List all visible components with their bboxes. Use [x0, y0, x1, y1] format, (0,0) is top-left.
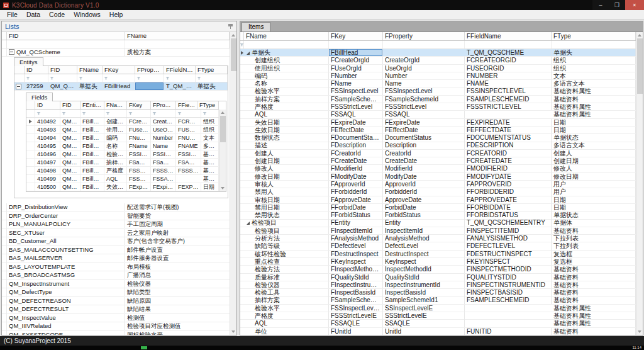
- menu-item[interactable]: File: [3, 11, 22, 18]
- table-row[interactable]: 审核日期 FApproveDate ApproveDate FAPPROVEDA…: [240, 196, 636, 204]
- table-row[interactable]: 检验项目 FInspectItemId InspectItemId FINSPE…: [240, 227, 636, 235]
- table-row[interactable]: 410494 QM_QCScheme FBillHead 编码 FNumber …: [26, 134, 219, 142]
- table-row[interactable]: 描述 FDescription Description FDESCRIPTION…: [240, 142, 636, 150]
- table-row[interactable]: 创建人 FCreatorId CreatorId FCREATORID 创建人: [240, 150, 636, 157]
- scroll-down-icon[interactable]: [219, 185, 226, 191]
- table-row[interactable]: 缺陷等级 FDefectlevel DefectLevel FDEFECTLEV…: [240, 242, 636, 250]
- table-row[interactable]: 禁用日期 FForbidDate ForbidDate FFORBIDDATE …: [240, 204, 636, 212]
- column-header[interactable]: ID: [35, 101, 60, 109]
- column-header[interactable]: FType: [196, 66, 228, 74]
- column-header[interactable]: ID: [25, 66, 48, 74]
- table-row[interactable]: BAS_MAILSERVER 邮件服务器设置: [2, 254, 230, 263]
- table-row[interactable]: QM_InspectValue 检测值: [2, 314, 230, 323]
- focused-cell[interactable]: [135, 82, 164, 90]
- table-row[interactable]: 失效日期 FExpireDate FExpireDate FEXPIREDATE…: [240, 119, 636, 127]
- tab-items[interactable]: Items: [242, 22, 270, 31]
- menu-item[interactable]: Data: [22, 11, 45, 18]
- table-row[interactable]: AQL FSSAQLE SSAQLE 基础资料属性: [240, 320, 636, 327]
- column-header[interactable]: FProperty: [151, 101, 176, 109]
- column-header[interactable]: FKey: [329, 32, 383, 40]
- filter-row[interactable]: [240, 41, 636, 49]
- table-row[interactable]: 修改日期 FModifyDate ModifyDate FMODIFYDATE …: [240, 173, 636, 181]
- table-row[interactable]: BAS_BROADCASTMSG 广播消息: [2, 271, 230, 280]
- column-header[interactable]: FID: [48, 66, 77, 74]
- table-row[interactable]: 严格度 FSSStrictLevel FSSStrictLevel FSSSTR…: [240, 103, 636, 111]
- column-header[interactable]: FName: [104, 101, 127, 109]
- scroll-up-icon[interactable]: [636, 32, 643, 38]
- column-header[interactable]: FKey: [127, 101, 151, 109]
- scroll-down-icon[interactable]: [636, 329, 643, 335]
- table-row[interactable]: BD_Customer_All 客户(包含非交易客户): [2, 237, 230, 246]
- table-row[interactable]: QM_DEFECTRESULT 缺陷结果: [2, 305, 230, 314]
- table-row[interactable]: BAS_MAILACCOUNTSETTING 邮件帐户设置: [2, 246, 230, 255]
- table-row[interactable]: 抽样方案 FSampleSchemeId1 SampleSchemeId1 FS…: [240, 297, 636, 305]
- column-header[interactable]: FProperty: [383, 32, 465, 40]
- column-header[interactable]: FKey: [103, 66, 135, 74]
- table-row[interactable]: 数据状态 FDocumentStatus DocumentStatus FDOC…: [240, 134, 636, 142]
- table-row[interactable]: 使用组织 FUseOrgId UseOrgId FUSEORGID 组织: [240, 65, 636, 72]
- table-row[interactable]: 单据头 FBillHead T_QM_QCSCHEME 单据头: [240, 49, 636, 57]
- table-row[interactable]: PLN_MANUALPOLICY 手工固定周期: [2, 220, 230, 229]
- column-header[interactable]: FFieldName: [465, 32, 552, 40]
- collapse-icon[interactable]: [16, 84, 21, 89]
- table-row[interactable]: 破坏性检验 FDestructInspect DestructInspect F…: [240, 251, 636, 258]
- tab-entitys[interactable]: Entitys: [14, 57, 43, 66]
- table-row[interactable]: 审核人 FApproverId ApproverId FAPPROVERID 用…: [240, 181, 636, 188]
- scroll-thumb[interactable]: [231, 38, 236, 71]
- table-row[interactable]: QM_DEFECTREASON 缺陷原因: [2, 297, 230, 306]
- column-header[interactable]: FID: [7, 32, 125, 40]
- table-row[interactable]: DRP_OrderCenter 智能要货: [2, 212, 230, 221]
- table-row[interactable]: DRP_DistributionView 配送需求订单(视图): [2, 203, 230, 212]
- table-row[interactable]: 修改人 FModifierId ModifierId FMODIFIERID 修…: [240, 165, 636, 172]
- table-row-master[interactable]: QM_QCScheme 质检方案: [2, 48, 230, 57]
- lists-scrollbar[interactable]: [230, 32, 236, 335]
- table-row[interactable]: 质量标准 FQualityStdId QualityStdId FQUALITY…: [240, 274, 636, 281]
- minimize-button[interactable]: –: [592, 0, 609, 10]
- column-header[interactable]: FID: [60, 101, 80, 109]
- column-header[interactable]: FEntityKey: [80, 101, 104, 109]
- table-row[interactable]: 名称 FName Name FNAME 多语言文本: [240, 80, 636, 88]
- items-scrollbar[interactable]: [636, 32, 643, 335]
- close-button[interactable]: ×: [625, 0, 644, 10]
- table-row[interactable]: 检验方法 FInspectMethodId InspectMethodId FI…: [240, 266, 636, 273]
- filter-row[interactable]: [14, 74, 228, 82]
- table-row[interactable]: 检验项目 FEntity Entity T_QM_QCSCHEMEENTRY 单…: [240, 220, 636, 227]
- column-header[interactable]: FName: [77, 66, 103, 74]
- table-row[interactable]: QM_SYSSTDCODE 国标检验水平: [2, 331, 230, 336]
- filter-row[interactable]: [26, 110, 219, 118]
- table-row[interactable]: 分析方法 FAnalysisMethod AnalysisMethod FANA…: [240, 235, 636, 242]
- menu-item[interactable]: Help: [105, 11, 128, 18]
- table-row[interactable]: 检验工具 FInspectBasisId InspectBasisId FINS…: [240, 289, 636, 296]
- table-row[interactable]: 禁用状态 FForbidStatus ForbidStatus FFORBIDS…: [240, 212, 636, 219]
- table-row[interactable]: QM_DefectType 缺陷类型: [2, 288, 230, 297]
- scroll-down-icon[interactable]: [230, 329, 236, 335]
- scroll-thumb[interactable]: [637, 38, 643, 94]
- column-header[interactable]: FFieldName: [164, 66, 196, 74]
- taskbar[interactable]: 11:14: [0, 346, 644, 350]
- filter-row[interactable]: [2, 40, 230, 48]
- table-row[interactable]: 410495 QM_QCScheme FBillHead 名称 FName Na…: [26, 142, 219, 150]
- tab-fields[interactable]: Fields: [26, 93, 53, 101]
- table-row[interactable]: BAS_LAYOUTEMPLATE 布局模板: [2, 263, 230, 272]
- table-row[interactable]: QM_InspectInstrument 检验仪器: [2, 280, 230, 289]
- table-row[interactable]: 编码 FNumber Number FNUMBER 文本: [240, 72, 636, 80]
- title-bar[interactable]: K3Cloud Data Dictionary V1.0 – ❐ ×: [0, 0, 644, 10]
- table-row[interactable]: 重点检查 FKeyInspect KeyInspect FKEYINSPECT …: [240, 258, 636, 266]
- column-header[interactable]: FName: [244, 32, 329, 40]
- scroll-up-icon[interactable]: [219, 110, 226, 116]
- scroll-up-icon[interactable]: [230, 32, 236, 38]
- table-row[interactable]: 410492 QM_QCScheme FBillHead 创建组织 FCreat…: [26, 118, 219, 126]
- fields-scrollbar[interactable]: [219, 110, 226, 191]
- table-row[interactable]: 严格度 FSSStrictLevelE SSStrictLevelE 基础资料属…: [240, 312, 636, 320]
- column-header[interactable]: FName: [125, 32, 230, 40]
- table-row[interactable]: 410498 QM_QCScheme FBillHead 严格度 FSSStri…: [26, 167, 219, 175]
- expand-triangle-icon[interactable]: [247, 52, 250, 55]
- taskbar-clock[interactable]: 11:14: [632, 346, 641, 350]
- table-row[interactable]: 创建组织 FCreateOrgId CreateOrgId FCREATEORG…: [240, 57, 636, 64]
- table-row[interactable]: 410496 QM_QCScheme FBillHead 检验水平 FSSIns…: [26, 150, 219, 159]
- table-row[interactable]: 单位 FUnitId UnitId FUNITID 基础资料: [240, 328, 636, 335]
- pin-icon[interactable]: [228, 24, 233, 30]
- table-row[interactable]: 检验仪器 FInspectInstrumentId InspectInstrum…: [240, 281, 636, 289]
- table-row[interactable]: 检验水平 FSSInspectLevelE SSInspectLevelE 基础…: [240, 305, 636, 312]
- table-row[interactable]: 生效日期 FEffectDate FEffectDate FEFFECTDATE…: [240, 127, 636, 134]
